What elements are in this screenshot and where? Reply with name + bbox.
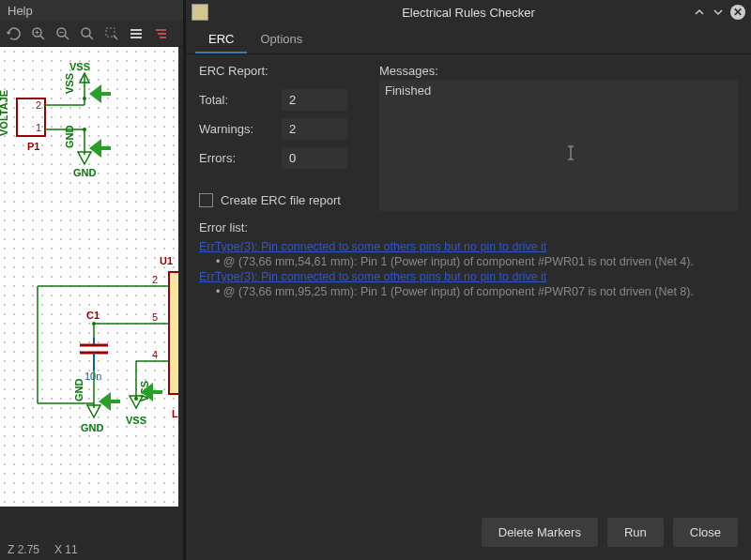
messages-box[interactable]: Finished — [379, 80, 738, 211]
svg-text:1: 1 — [36, 122, 41, 133]
hierarchy-icon[interactable] — [150, 23, 171, 44]
total-label: Total: — [199, 93, 274, 107]
error-list[interactable]: ErrType(3): Pin connected to some others… — [199, 238, 738, 499]
warnings-value: 2 — [282, 118, 347, 140]
error-list-title: Error list: — [199, 220, 738, 235]
zoom-in-icon[interactable] — [28, 23, 49, 44]
dialog-title: Electrical Rules Checker — [402, 6, 535, 20]
svg-line-5 — [65, 36, 69, 39]
dialog-titlebar[interactable]: Electrical Rules Checker ✕ — [186, 0, 751, 24]
dialog-footer: Delete Markers Run Close — [186, 508, 751, 560]
errors-label: Errors: — [199, 151, 274, 165]
svg-line-10 — [114, 36, 117, 39]
editor-area: Help VSS VSS — [0, 0, 183, 560]
error-detail: @ (73,66 mm,54,61 mm): Pin 1 (Power inpu… — [199, 255, 738, 268]
messages-content: Finished — [385, 83, 431, 98]
zoom-out-icon[interactable] — [53, 23, 73, 44]
svg-text:VSS: VSS — [64, 73, 75, 94]
svg-line-1 — [40, 36, 44, 39]
svg-point-7 — [82, 28, 90, 37]
schematic-canvas[interactable]: VSS VSS VOLTAJE 2 1 P1 G — [0, 47, 178, 507]
app-icon — [192, 4, 208, 21]
close-icon[interactable]: ✕ — [730, 5, 745, 20]
delete-markers-button[interactable]: Delete Markers — [482, 518, 598, 547]
svg-text:2: 2 — [152, 274, 158, 285]
zoom-fit-icon[interactable] — [77, 23, 98, 44]
zoom-selection-icon[interactable] — [101, 23, 122, 44]
erc-report-panel: ERC Report: Total: 2 Warnings: 2 Errors:… — [199, 64, 368, 211]
list-icon[interactable] — [126, 23, 146, 44]
p1-label: P1 — [27, 141, 39, 152]
svg-text:GND: GND — [81, 422, 104, 433]
schematic-canvas-wrap: VSS VSS VOLTAJE 2 1 P1 G — [0, 47, 183, 511]
c1-label: C1 — [86, 310, 100, 321]
dialog-tabs: ERC Options — [186, 24, 751, 54]
run-button[interactable]: Run — [607, 518, 664, 547]
svg-text:GND: GND — [64, 126, 75, 149]
error-link[interactable]: ErrType(3): Pin connected to some others… — [199, 240, 738, 253]
tab-erc[interactable]: ERC — [195, 24, 247, 53]
svg-rect-31 — [169, 272, 178, 394]
menu-help[interactable]: Help — [8, 4, 33, 18]
create-report-label: Create ERC file report — [221, 193, 341, 207]
svg-text:2: 2 — [36, 99, 41, 111]
svg-text:LM: LM — [172, 408, 178, 419]
text-cursor-icon — [566, 145, 575, 163]
minimize-icon[interactable] — [693, 6, 706, 19]
svg-point-55 — [134, 397, 138, 401]
refresh-icon[interactable] — [4, 23, 24, 44]
warnings-label: Warnings: — [199, 122, 274, 136]
erc-marker-icon — [99, 392, 120, 411]
svg-line-8 — [89, 36, 93, 39]
toolbar — [0, 21, 183, 47]
menu-bar: Help — [0, 0, 183, 21]
voltaje-label: VOLTAJE — [0, 90, 9, 136]
status-bar: Z 2.75 X 11 — [0, 539, 183, 560]
tab-options[interactable]: Options — [247, 24, 315, 53]
svg-point-44 — [92, 322, 96, 325]
svg-rect-9 — [106, 28, 115, 37]
status-x: X 11 — [54, 543, 78, 556]
error-link[interactable]: ErrType(3): Pin connected to some others… — [199, 270, 738, 283]
erc-marker-icon — [89, 84, 111, 103]
svg-point-28 — [83, 128, 86, 131]
svg-text:4: 4 — [152, 349, 158, 360]
errors-value: 0 — [282, 147, 347, 169]
svg-text:GND: GND — [73, 379, 84, 402]
svg-text:5: 5 — [152, 311, 158, 323]
c1-val: 10n — [84, 371, 101, 382]
u1-label: U1 — [160, 255, 173, 266]
vss-label: VSS — [69, 61, 90, 72]
erc-marker-icon — [89, 139, 111, 158]
erc-dialog: Electrical Rules Checker ✕ ERC Options E… — [185, 0, 751, 560]
status-zoom: Z 2.75 — [8, 543, 39, 556]
create-report-checkbox[interactable] — [199, 193, 213, 207]
close-button[interactable]: Close — [673, 518, 738, 547]
svg-text:VSS: VSS — [126, 415, 146, 426]
maximize-icon[interactable] — [712, 6, 725, 19]
messages-title: Messages: — [379, 64, 738, 78]
error-detail: @ (73,66 mm,95,25 mm): Pin 1 (Power inpu… — [199, 285, 738, 298]
total-value: 2 — [282, 89, 347, 111]
gnd-label: GND — [73, 167, 97, 178]
erc-report-title: ERC Report: — [199, 64, 368, 78]
